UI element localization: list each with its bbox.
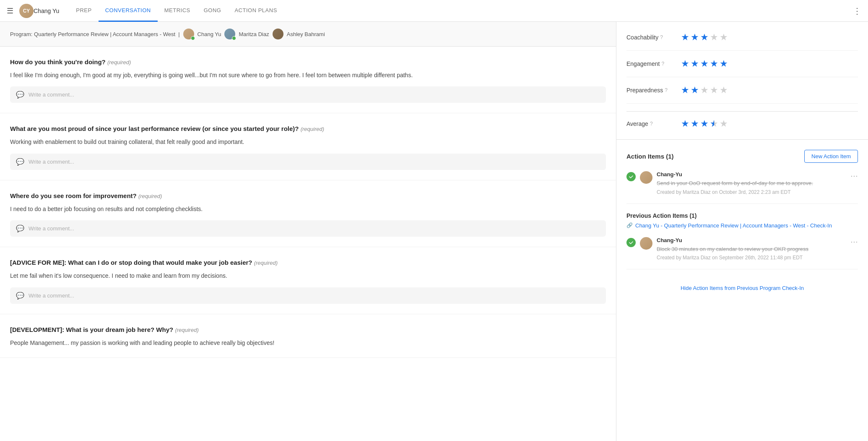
comment-icon-4: 💬 xyxy=(16,292,24,300)
prev-action-item-1-user: Chang-Yu xyxy=(657,237,846,243)
star-3: ★ xyxy=(700,118,709,129)
question-block-5: [DEVELOPMENT]: What is your dream job he… xyxy=(0,314,616,358)
star-2: ★ xyxy=(691,32,699,43)
comment-icon-1: 💬 xyxy=(16,91,24,99)
question-block-1: How do you think you're doing? (required… xyxy=(0,47,616,113)
right-panel: Coachability ? ★ ★ ★ ★ ★ Engagement ? xyxy=(616,22,868,441)
participant-maritza: Maritza Diaz xyxy=(239,31,269,37)
star-3: ★ xyxy=(700,58,709,69)
hamburger-icon[interactable]: ☰ xyxy=(7,6,13,16)
star-5: ★ xyxy=(720,58,728,69)
question-5-text: [DEVELOPMENT]: What is your dream job he… xyxy=(10,326,606,333)
rating-average: Average ? ★ ★ ★ ★ ★ ★ xyxy=(626,111,858,129)
action-item-1-avatar xyxy=(640,171,652,184)
star-2: ★ xyxy=(691,85,699,96)
required-label-2: (required) xyxy=(301,126,324,132)
star-1: ★ xyxy=(681,58,689,69)
tab-conversation[interactable]: CONVERSATION xyxy=(99,0,158,22)
prev-action-item-1-desc: Block 30 minutes on my calendar to revie… xyxy=(657,245,846,253)
tab-metrics[interactable]: METRICS xyxy=(158,0,197,22)
previous-action-items-link[interactable]: 🔗 Chang Yu - Quarterly Performance Revie… xyxy=(626,222,858,229)
main-layout: Program: Quarterly Performance Review | … xyxy=(0,22,868,441)
star-5: ★ xyxy=(720,118,728,129)
star-4: ★ xyxy=(710,32,718,43)
engagement-label: Engagement ? xyxy=(626,60,681,67)
average-stars: ★ ★ ★ ★ ★ ★ xyxy=(681,118,728,129)
engagement-help-icon[interactable]: ? xyxy=(661,61,664,67)
coachability-label: Coachability ? xyxy=(626,34,681,41)
completed-check-icon-1 xyxy=(626,172,636,181)
previous-items-link-text: Chang Yu - Quarterly Performance Review … xyxy=(635,222,832,229)
comment-placeholder-3: Write a comment... xyxy=(29,225,74,232)
average-help-icon[interactable]: ? xyxy=(650,121,653,127)
prev-action-item-1-more[interactable]: ⋯ xyxy=(850,237,858,246)
link-icon: 🔗 xyxy=(626,222,633,228)
prev-action-item-1: Chang-Yu Block 30 minutes on my calendar… xyxy=(626,237,858,270)
nav-user-avatar: CY xyxy=(19,4,34,18)
action-items-header: Action Items (1) New Action Item xyxy=(626,150,858,163)
star-4: ★ xyxy=(710,58,718,69)
action-item-1-user: Chang-Yu xyxy=(657,171,846,177)
answer-4: Let me fail when it's low consequence. I… xyxy=(10,271,606,280)
action-item-1-more[interactable]: ⋯ xyxy=(850,171,858,180)
question-block-4: [ADVICE FOR ME]: What can I do or stop d… xyxy=(0,247,616,314)
question-4-text: [ADVICE FOR ME]: What can I do or stop d… xyxy=(10,259,606,266)
preparedness-stars: ★ ★ ★ ★ ★ xyxy=(681,85,728,96)
top-nav: ☰ CY Chang Yu PREP CONVERSATION METRICS … xyxy=(0,0,868,22)
answer-3: I need to do a better job focusing on re… xyxy=(10,204,606,214)
comment-box-1[interactable]: 💬 Write a comment... xyxy=(10,86,606,103)
comment-placeholder-1: Write a comment... xyxy=(29,91,74,98)
star-3: ★ xyxy=(700,32,709,43)
question-3-text: Where do you see room for improvement? (… xyxy=(10,192,606,199)
engagement-stars: ★ ★ ★ ★ ★ xyxy=(681,58,728,69)
question-1-text: How do you think you're doing? (required… xyxy=(10,58,606,65)
tab-action-plans[interactable]: ACTION PLANS xyxy=(228,0,283,22)
required-label-5: (required) xyxy=(175,327,198,333)
star-3: ★ xyxy=(700,85,709,96)
star-1: ★ xyxy=(681,85,689,96)
nav-user-name: Chang Yu xyxy=(34,8,59,14)
required-label-3: (required) xyxy=(138,193,162,199)
comment-icon-2: 💬 xyxy=(16,158,24,166)
answer-1: I feel like I'm doing enough, I'm good a… xyxy=(10,70,606,80)
action-items-title: Action Items (1) xyxy=(626,153,674,160)
preparedness-label: Preparedness ? xyxy=(626,87,681,94)
comment-box-2[interactable]: 💬 Write a comment... xyxy=(10,154,606,170)
action-item-1-content: Chang-Yu Send in your OoO request form b… xyxy=(657,171,846,195)
more-options-icon[interactable]: ⋮ xyxy=(853,6,861,16)
comment-box-4[interactable]: 💬 Write a comment... xyxy=(10,287,606,304)
hide-action-items-link[interactable]: Hide Action Items from Previous Program … xyxy=(681,285,804,291)
new-action-item-button[interactable]: New Action Item xyxy=(804,150,858,163)
nav-tabs: PREP CONVERSATION METRICS GONG ACTION PL… xyxy=(69,0,284,22)
rating-preparedness: Preparedness ? ★ ★ ★ ★ ★ xyxy=(626,85,858,104)
comment-icon-3: 💬 xyxy=(16,224,24,232)
required-label-4: (required) xyxy=(254,260,278,266)
avatar-maritza xyxy=(224,29,235,39)
coachability-stars: ★ ★ ★ ★ ★ xyxy=(681,32,728,43)
star-4: ★ ★ xyxy=(710,118,718,129)
prev-completed-check-icon xyxy=(626,238,636,247)
average-label: Average ? xyxy=(626,120,681,127)
comment-placeholder-2: Write a comment... xyxy=(29,159,74,165)
action-item-1: Chang-Yu Send in your OoO request form b… xyxy=(626,171,858,204)
comment-box-3[interactable]: 💬 Write a comment... xyxy=(10,220,606,237)
program-header: Program: Quarterly Performance Review | … xyxy=(0,22,616,47)
action-item-1-meta: Created by Maritza Diaz on October 3rd, … xyxy=(657,189,846,195)
rating-coachability: Coachability ? ★ ★ ★ ★ ★ xyxy=(626,32,858,51)
action-items-section: Action Items (1) New Action Item Chang-Y… xyxy=(616,140,868,308)
star-1: ★ xyxy=(681,32,689,43)
comment-placeholder-4: Write a comment... xyxy=(29,292,74,299)
star-5: ★ xyxy=(720,85,728,96)
coachability-help-icon[interactable]: ? xyxy=(660,34,663,40)
prev-action-item-1-meta: Created by Maritza Diaz on September 26t… xyxy=(657,255,846,261)
star-2: ★ xyxy=(691,58,699,69)
left-panel: Program: Quarterly Performance Review | … xyxy=(0,22,616,441)
tab-gong[interactable]: GONG xyxy=(197,0,228,22)
answer-2: Working with enablement to build out tra… xyxy=(10,137,606,146)
hide-action-items-container: Hide Action Items from Previous Program … xyxy=(626,278,858,298)
participant-ashley: Ashley Bahrami xyxy=(287,31,325,37)
preparedness-help-icon[interactable]: ? xyxy=(665,87,668,93)
tab-prep[interactable]: PREP xyxy=(69,0,98,22)
star-5: ★ xyxy=(720,32,728,43)
ratings-section: Coachability ? ★ ★ ★ ★ ★ Engagement ? xyxy=(616,22,868,140)
